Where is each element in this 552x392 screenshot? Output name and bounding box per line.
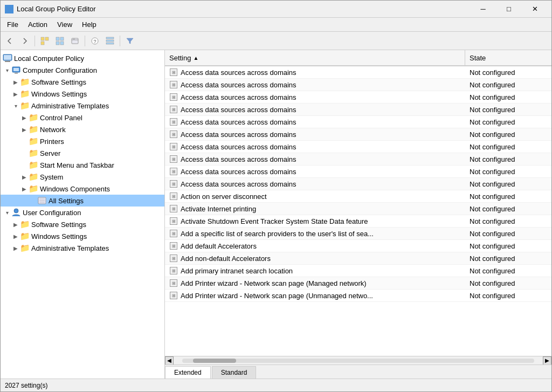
horizontal-scrollbar[interactable]: ◄ ►	[165, 356, 551, 365]
table-row[interactable]: ⊞ Access data sources across domains Not…	[165, 153, 551, 166]
cell-state: Not configured	[465, 105, 551, 115]
policy-icon: ⊞	[169, 180, 178, 188]
table-row[interactable]: ⊞ Action on server disconnect Not config…	[165, 190, 551, 203]
sidebar-item-user-config[interactable]: ▾ User Configuration	[1, 207, 164, 218]
sidebar-item-admin-templates[interactable]: ▾ 📁 Administrative Templates	[1, 100, 164, 112]
table-body[interactable]: ⊞ Access data sources across domains Not…	[165, 66, 551, 356]
col-header-state[interactable]: State	[465, 50, 551, 65]
scroll-thumb[interactable]	[193, 359, 236, 363]
maximize-button[interactable]: □	[496, 2, 521, 16]
toggle-wincomp[interactable]: ▶	[20, 184, 29, 193]
sidebar-item-control-panel[interactable]: ▶ 📁 Control Panel	[1, 112, 164, 123]
table-row[interactable]: ⊞ Add non-default Accelerators Not confi…	[165, 252, 551, 265]
software-settings-1-label: Software Settings	[30, 78, 86, 86]
table-row[interactable]: ⊞ Access data sources across domains Not…	[165, 178, 551, 190]
svg-rect-18	[106, 43, 114, 44]
forward-button[interactable]	[18, 34, 32, 48]
sidebar-item-software-settings-1[interactable]: ▶ 📁 Software Settings	[1, 76, 164, 88]
table-header: Setting ▲ State	[165, 50, 551, 66]
filter-button[interactable]	[123, 34, 137, 48]
scroll-track[interactable]	[182, 359, 534, 363]
policy-icon: ⊞	[169, 80, 178, 89]
toggle-software-1[interactable]: ▶	[11, 78, 20, 86]
toggle-win2[interactable]: ▶	[11, 232, 20, 240]
toggle-net[interactable]: ▶	[20, 125, 29, 134]
toggle-software-2[interactable]: ▶	[11, 220, 20, 229]
help-button[interactable]: ?	[88, 34, 102, 48]
tree-panel[interactable]: Local Computer Policy ▾ Computer Configu…	[1, 50, 165, 379]
table-row[interactable]: ⊞ Add Printer wizard - Network scan page…	[165, 277, 551, 290]
menu-view[interactable]: View	[53, 19, 77, 30]
svg-rect-20	[5, 61, 10, 62]
toggle-admin2[interactable]: ▶	[11, 244, 20, 252]
view-button[interactable]	[53, 34, 67, 48]
folder-icon-server: 📁	[29, 148, 38, 158]
toolbar-separator-3	[120, 36, 120, 46]
scroll-left-btn[interactable]: ◄	[165, 356, 174, 365]
table-row[interactable]: ⊞ Access data sources across domains Not…	[165, 116, 551, 128]
table-row[interactable]: ⊞ Access data sources across domains Not…	[165, 91, 551, 104]
table-row[interactable]: ⊞ Add a specific list of search provider…	[165, 228, 551, 240]
menu-help[interactable]: Help	[78, 19, 101, 30]
main-window: Local Group Policy Editor ─ □ ✕ File Act…	[0, 0, 552, 392]
table-row[interactable]: ⊞ Access data sources across domains Not…	[165, 128, 551, 141]
col-header-setting[interactable]: Setting ▲	[165, 50, 465, 65]
table-row[interactable]: ⊞ Access data sources across domains Not…	[165, 104, 551, 116]
menu-file[interactable]: File	[3, 19, 23, 30]
svg-rect-24	[15, 73, 18, 74]
toggle-userconfig[interactable]: ▾	[3, 208, 11, 217]
table-row[interactable]: ⊞ Access data sources across domains Not…	[165, 141, 551, 153]
sidebar-item-computer-config[interactable]: ▾ Computer Configuration	[1, 64, 164, 76]
tab-extended[interactable]: Extended	[165, 366, 211, 379]
toolbar-separator-1	[34, 36, 35, 46]
back-button[interactable]	[3, 34, 17, 48]
cell-state: Not configured	[465, 278, 551, 288]
toggle-admin[interactable]: ▾	[11, 101, 20, 110]
policy-icon: ⊞	[169, 155, 178, 163]
window-title: Local Group Policy Editor	[17, 5, 96, 13]
svg-rect-3	[10, 10, 12, 12]
network-label: Network	[38, 126, 66, 134]
sidebar-item-windows-components[interactable]: ▶ 📁 Windows Components	[1, 183, 164, 195]
policy-icon: ⊞	[169, 229, 178, 238]
menu-action[interactable]: Action	[24, 19, 52, 30]
sidebar-item-all-settings[interactable]: All Settings	[1, 195, 164, 207]
minimize-button[interactable]: ─	[471, 2, 495, 16]
table-row[interactable]: ⊞ Access data sources across domains Not…	[165, 79, 551, 91]
sidebar-item-windows-settings-2[interactable]: ▶ 📁 Windows Settings	[1, 230, 164, 242]
cell-state: Not configured	[465, 241, 551, 251]
sidebar-item-start-menu[interactable]: 📁 Start Menu and Taskbar	[1, 159, 164, 171]
table-row[interactable]: ⊞ Access data sources across domains Not…	[165, 166, 551, 178]
sidebar-item-system[interactable]: ▶ 📁 System	[1, 171, 164, 183]
up-button[interactable]	[38, 34, 52, 48]
close-button[interactable]: ✕	[522, 2, 547, 16]
sidebar-item-admin-templates-2[interactable]: ▶ 📁 Administrative Templates	[1, 242, 164, 254]
user-config-icon	[11, 208, 21, 217]
table-row[interactable]: ⊞ Add default Accelerators Not configure…	[165, 240, 551, 252]
scroll-right-btn[interactable]: ►	[543, 356, 551, 365]
svg-rect-8	[60, 37, 64, 40]
details-button[interactable]	[103, 34, 117, 48]
col-setting-label: Setting	[169, 54, 191, 62]
sidebar-item-server[interactable]: 📁 Server	[1, 147, 164, 159]
table-row[interactable]: ⊞ Activate Shutdown Event Tracker System…	[165, 215, 551, 228]
tab-standard[interactable]: Standard	[212, 366, 257, 379]
table-row[interactable]: ⊞ Access data sources across domains Not…	[165, 66, 551, 79]
cell-state: Not configured	[465, 142, 551, 152]
toggle-win1[interactable]: ▶	[11, 90, 20, 98]
tree-root[interactable]: Local Computer Policy	[1, 52, 164, 64]
svg-rect-9	[56, 42, 59, 45]
folder-icon-printers: 📁	[29, 136, 38, 146]
refresh-button[interactable]	[68, 34, 82, 48]
sidebar-item-network[interactable]: ▶ 📁 Network	[1, 123, 164, 135]
sidebar-item-software-settings-2[interactable]: ▶ 📁 Software Settings	[1, 218, 164, 230]
toggle-computer-config[interactable]: ▾	[3, 66, 11, 74]
sidebar-item-windows-settings-1[interactable]: ▶ 📁 Windows Settings	[1, 88, 164, 100]
toggle-cp[interactable]: ▶	[20, 113, 29, 122]
table-row[interactable]: ⊞ Activate Internet printing Not configu…	[165, 203, 551, 215]
table-row[interactable]: ⊞ Add primary intranet search location N…	[165, 265, 551, 277]
cell-state: Not configured	[465, 204, 551, 214]
sidebar-item-printers[interactable]: 📁 Printers	[1, 135, 164, 147]
table-row[interactable]: ⊞ Add Printer wizard - Network scan page…	[165, 290, 551, 302]
toggle-system[interactable]: ▶	[20, 173, 29, 181]
